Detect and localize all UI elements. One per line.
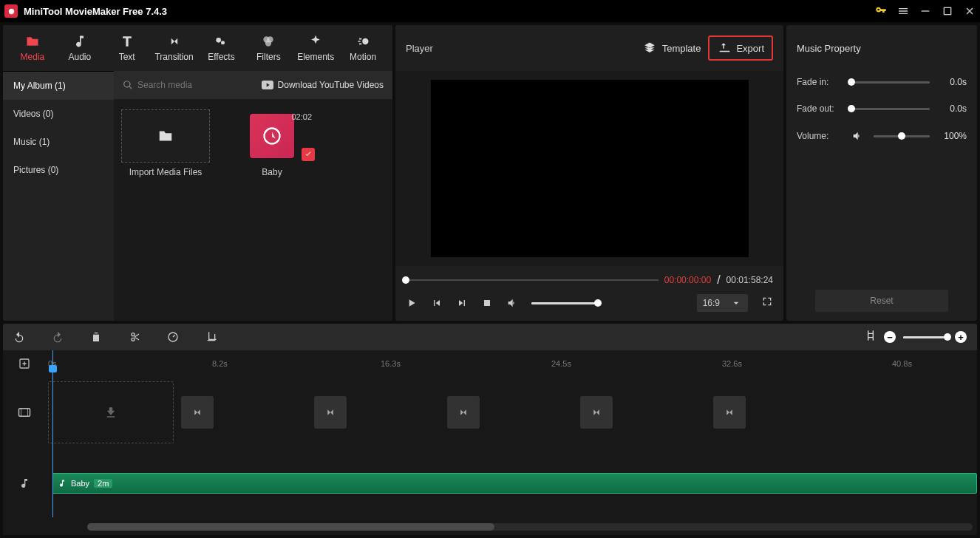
transition-slot[interactable] — [314, 396, 347, 429]
video-drop-slot[interactable] — [48, 381, 174, 443]
volume-slider[interactable] — [531, 302, 598, 304]
timeline-scrollbar[interactable] — [87, 523, 973, 531]
transition-icon — [167, 34, 182, 49]
audio-track[interactable]: Baby 2m — [45, 448, 977, 519]
folder-open-icon — [157, 128, 174, 144]
menu-icon[interactable] — [897, 5, 909, 17]
transition-slot[interactable] — [181, 396, 214, 429]
import-media-button[interactable]: Import Media Files — [121, 109, 210, 177]
player-viewport — [395, 71, 783, 266]
export-icon — [717, 41, 730, 55]
play-button[interactable] — [406, 297, 418, 309]
svg-point-4 — [217, 38, 222, 43]
svg-point-8 — [265, 40, 271, 46]
timeline-area: 0s 8.2s 16.3s 24.5s 32.6s 40.8s Baby — [3, 350, 977, 535]
property-panel: Music Property Fade in: 0.0s Fade out: 0… — [786, 25, 977, 321]
reset-button[interactable]: Reset — [815, 290, 948, 312]
svg-point-5 — [221, 41, 225, 44]
youtube-icon — [262, 81, 273, 89]
fullscreen-button[interactable] — [761, 296, 773, 310]
tab-motion[interactable]: Motion — [339, 25, 387, 71]
effects-icon — [214, 34, 228, 49]
media-sidebar: My Album (1) Videos (0) Music (1) Pictur… — [3, 71, 114, 321]
close-icon[interactable] — [964, 5, 976, 17]
tab-media[interactable]: Media — [9, 25, 56, 71]
tab-transition[interactable]: Transition — [151, 25, 198, 71]
sidebar-item-pictures[interactable]: Pictures (0) — [3, 156, 114, 184]
export-button[interactable]: Export — [708, 35, 773, 61]
snap-icon[interactable] — [865, 330, 877, 344]
timeline-toolbar: − + — [3, 324, 977, 350]
zoom-slider[interactable] — [903, 336, 947, 338]
tab-effects[interactable]: Effects — [198, 25, 245, 71]
add-track-button[interactable] — [3, 350, 45, 377]
time-current: 00:00:00:00 — [664, 275, 711, 285]
undo-button[interactable] — [13, 331, 25, 343]
crop-button[interactable] — [205, 331, 217, 343]
transition-slot[interactable] — [713, 396, 746, 429]
progress-bar[interactable]: 00:00:00:00 / 00:01:58:24 — [406, 273, 773, 287]
media-main: Download YouTube Videos Import Media Fil… — [114, 71, 392, 321]
time-ruler[interactable]: 0s 8.2s 16.3s 24.5s 32.6s 40.8s — [45, 350, 977, 377]
player-panel: Player Template Export 00:00:00:00 — [395, 25, 783, 321]
search-icon — [123, 80, 133, 90]
audio-track-icon — [3, 448, 45, 519]
video-canvas — [431, 80, 749, 257]
tab-audio[interactable]: Audio — [56, 25, 103, 71]
volume-icon[interactable] — [506, 297, 518, 309]
svg-rect-3 — [944, 7, 950, 14]
zoom-in-button[interactable]: + — [955, 331, 967, 343]
tab-elements[interactable]: Elements — [292, 25, 339, 71]
next-frame-button[interactable] — [456, 297, 468, 309]
sidebar-item-music[interactable]: Music (1) — [3, 128, 114, 156]
fade-out-row: Fade out: 0.0s — [797, 103, 967, 114]
tracks-area[interactable]: 0s 8.2s 16.3s 24.5s 32.6s 40.8s Baby — [45, 350, 977, 535]
svg-point-9 — [362, 38, 368, 44]
search-input[interactable] — [137, 80, 262, 90]
minimize-icon[interactable] — [919, 5, 931, 17]
filters-icon — [261, 34, 276, 49]
transition-slot[interactable] — [447, 396, 480, 429]
text-icon — [120, 34, 135, 49]
clip-duration: 02:02 — [291, 112, 312, 121]
property-title: Music Property — [786, 25, 977, 71]
motion-icon — [355, 34, 370, 49]
music-note-icon — [58, 479, 67, 488]
zoom-out-button[interactable]: − — [884, 331, 896, 343]
stop-button[interactable] — [481, 297, 493, 309]
sidebar-item-my-album[interactable]: My Album (1) — [3, 72, 114, 100]
tab-text[interactable]: Text — [103, 25, 151, 71]
titlebar: MiniTool MovieMaker Free 7.4.3 — [0, 0, 980, 22]
volume-slider-prop[interactable] — [874, 135, 930, 137]
delete-button[interactable] — [90, 331, 102, 343]
tab-filters[interactable]: Filters — [245, 25, 292, 71]
fade-in-row: Fade in: 0.0s — [797, 77, 967, 87]
prev-frame-button[interactable] — [431, 297, 443, 309]
transition-slot[interactable] — [580, 396, 613, 429]
redo-button[interactable] — [52, 331, 64, 343]
aspect-ratio-select[interactable]: 16:9 — [697, 294, 748, 312]
download-youtube-button[interactable]: Download YouTube Videos — [262, 80, 384, 90]
split-button[interactable] — [129, 331, 140, 343]
maximize-icon[interactable] — [942, 5, 953, 17]
clip-added-check-icon — [302, 148, 315, 161]
template-button[interactable]: Template — [636, 37, 709, 59]
speed-button[interactable] — [167, 331, 179, 343]
video-track[interactable] — [45, 377, 977, 448]
fade-out-slider[interactable] — [851, 108, 930, 110]
playhead[interactable] — [52, 350, 53, 517]
chevron-down-icon — [730, 297, 742, 309]
titlebar-controls — [875, 5, 976, 17]
time-total: 00:01:58:24 — [727, 275, 773, 285]
music-note-icon — [72, 34, 87, 49]
media-panel: Media Audio Text Transition Effects — [3, 25, 392, 321]
svg-rect-2 — [922, 10, 930, 11]
app-logo — [4, 4, 18, 18]
upgrade-key-icon[interactable] — [875, 5, 887, 17]
fade-in-slider[interactable] — [851, 81, 930, 84]
sidebar-item-videos[interactable]: Videos (0) — [3, 100, 114, 128]
main-tabbar: Media Audio Text Transition Effects — [3, 25, 392, 71]
audio-clip[interactable]: Baby 2m — [52, 473, 977, 494]
media-clip-baby[interactable]: 02:02 Baby — [228, 109, 316, 177]
svg-rect-15 — [18, 409, 30, 417]
